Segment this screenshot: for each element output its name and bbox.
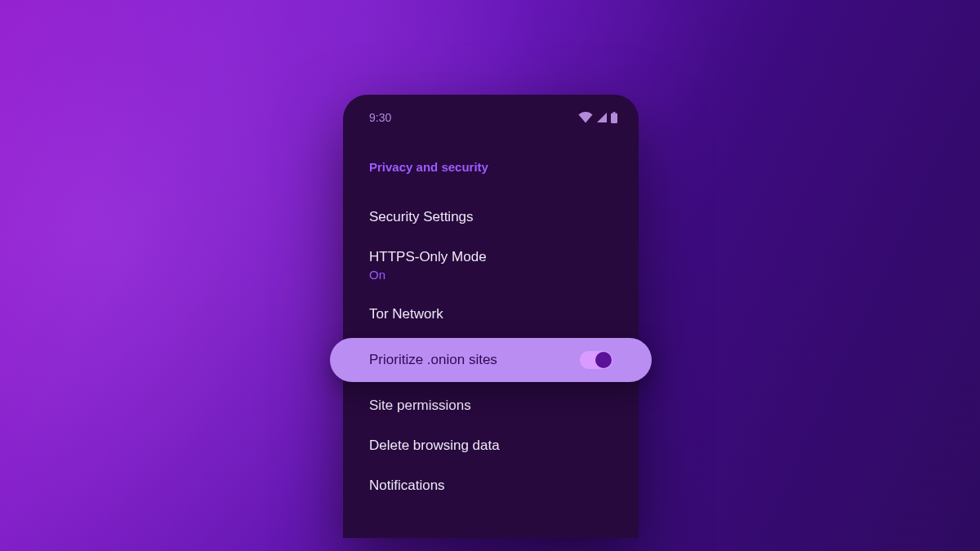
item-label: Prioritize .onion sites: [369, 352, 497, 368]
item-label: Tor Network: [369, 306, 443, 322]
item-value: On: [369, 268, 612, 283]
wifi-icon: [578, 112, 593, 123]
item-label: Notifications: [369, 478, 445, 493]
item-tor-network[interactable]: Tor Network: [369, 294, 612, 334]
settings-content: Privacy and security Security Settings H…: [343, 124, 639, 505]
item-label: Site permissions: [369, 398, 471, 413]
item-label: Delete browsing data: [369, 438, 500, 453]
cellular-icon: [596, 112, 608, 123]
battery-icon: [611, 112, 617, 123]
toggle-knob: [595, 352, 612, 368]
svg-rect-0: [611, 113, 617, 124]
section-header-privacy-security: Privacy and security: [369, 160, 612, 174]
item-site-permissions[interactable]: Site permissions: [369, 385, 612, 425]
phone-frame: 9:30 Privacy and security Security Setti…: [343, 95, 639, 538]
item-security-settings[interactable]: Security Settings: [369, 197, 612, 237]
item-https-only-mode[interactable]: HTTPS-Only Mode On: [369, 237, 612, 294]
item-prioritize-onion-sites[interactable]: Prioritize .onion sites: [330, 338, 652, 382]
status-time: 9:30: [369, 111, 391, 124]
item-label: Security Settings: [369, 209, 474, 224]
app-stage: 9:30 Privacy and security Security Setti…: [0, 0, 980, 551]
item-label: HTTPS-Only Mode: [369, 249, 487, 264]
item-notifications[interactable]: Notifications: [369, 465, 612, 505]
toggle-prioritize-onion[interactable]: [580, 351, 612, 369]
svg-rect-1: [613, 112, 616, 113]
status-bar: 9:30: [343, 95, 639, 124]
status-icons: [578, 112, 617, 123]
item-delete-browsing-data[interactable]: Delete browsing data: [369, 425, 612, 465]
